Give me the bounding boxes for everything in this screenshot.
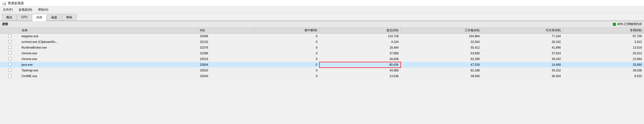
process-commit: 37,868 <box>320 51 401 56</box>
process-shareable: 39,432 <box>482 56 563 62</box>
process-commit: 4,104 <box>320 39 401 45</box>
process-checkbox[interactable] <box>8 68 12 72</box>
process-private: 9,532 <box>563 73 644 79</box>
process-name: chrome.exe <box>20 56 198 62</box>
process-hard-faults: 0 <box>254 45 320 51</box>
title-bar: 📊 资源监视器 <box>0 0 644 7</box>
th-working-set[interactable]: 工作集(KB) <box>401 28 482 33</box>
menu-monitor[interactable]: 监视器(M) <box>18 7 33 12</box>
process-shareable: 77,184 <box>482 33 563 39</box>
th-checkbox <box>0 28 20 33</box>
process-name: chrome.exe <box>20 51 198 56</box>
process-working-set: 164,884 <box>401 33 482 39</box>
process-hard-faults: 0 <box>254 39 320 45</box>
process-shareable: 14,468 <box>482 62 563 68</box>
table-row[interactable]: ChrIME.exe32640013,54839,93630,4049,532 <box>0 73 644 79</box>
process-checkbox[interactable] <box>8 46 12 49</box>
th-name[interactable]: 名称 <box>20 28 198 33</box>
process-checkbox-cell[interactable] <box>0 45 20 51</box>
process-name: svchost.exe (ClipboardSv... <box>20 39 198 45</box>
table-row[interactable]: wegame.exe320960110,728164,88477,18487,7… <box>0 33 644 39</box>
process-hard-faults: 0 <box>254 73 320 79</box>
process-working-set: 82,188 <box>401 68 482 73</box>
table-row[interactable]: RuntimeBroker.exe32376018,48455,41241,89… <box>0 45 644 51</box>
process-private: 22,864 <box>563 56 644 62</box>
app-icon: 📊 <box>2 1 6 5</box>
th-commit[interactable]: 提交(KB) <box>320 28 401 33</box>
process-section-label: 进程 <box>2 22 8 26</box>
memory-usage-text: 40% 已用物理内存 <box>617 22 642 26</box>
process-checkbox-cell[interactable] <box>0 56 20 62</box>
process-private: 2,812 <box>563 39 644 45</box>
process-checkbox[interactable] <box>8 34 12 37</box>
tab-cpu[interactable]: CPU <box>17 14 32 21</box>
th-shareable[interactable]: 可共享(KB) <box>482 28 563 33</box>
process-commit: 110,728 <box>320 33 401 39</box>
process-working-set: 32,004 <box>401 39 482 45</box>
tab-内存[interactable]: 内存 <box>32 14 46 21</box>
process-hard-faults: 0 <box>254 62 320 68</box>
process-checkbox[interactable] <box>8 40 12 43</box>
process-name: RuntimeBroker.exe <box>20 45 198 51</box>
process-private: 87,700 <box>563 33 644 39</box>
menu-help[interactable]: 帮助(H) <box>37 7 49 12</box>
menu-file[interactable]: 文件(F) <box>2 7 14 12</box>
tabs-bar: 概述CPU内存磁盘网络 <box>0 13 644 21</box>
th-private[interactable]: 专用(KB) <box>563 28 644 33</box>
process-checkbox[interactable] <box>8 57 12 60</box>
tab-概述[interactable]: 概述 <box>2 14 16 21</box>
process-private: 39,036 <box>563 68 644 73</box>
process-working-set: 62,296 <box>401 56 482 62</box>
table-header-row: 名称 PID 硬中断/秒 提交(KB) 工作集(KB) 可共享(KB) 专用(K… <box>0 28 644 33</box>
process-private: 13,516 <box>563 45 644 51</box>
process-checkbox-cell[interactable] <box>0 33 20 39</box>
table-row[interactable]: java.exe32604090,43647,52814,46833,060 <box>0 62 644 68</box>
th-pid[interactable]: PID <box>198 28 255 33</box>
app-title: 资源监视器 <box>8 1 24 5</box>
process-checkbox[interactable] <box>8 63 12 66</box>
th-hard-faults[interactable]: 硬中断/秒 <box>254 28 320 33</box>
table-row[interactable]: Taskmgr.exe32620044,08082,18843,15239,03… <box>0 68 644 73</box>
process-commit: 44,080 <box>320 68 401 73</box>
process-shareable: 43,152 <box>482 68 563 73</box>
process-pid: 32096 <box>198 33 255 39</box>
process-checkbox-cell[interactable] <box>0 39 20 45</box>
process-table-wrapper: 名称 PID 硬中断/秒 提交(KB) 工作集(KB) 可共享(KB) 专用(K… <box>0 28 644 79</box>
process-hard-faults: 0 <box>254 51 320 56</box>
process-pid: 32604 <box>198 62 255 68</box>
process-commit: 90,436 <box>320 62 401 68</box>
process-hard-faults: 0 <box>254 56 320 62</box>
process-working-set: 39,936 <box>401 73 482 79</box>
process-name: Taskmgr.exe <box>20 68 198 73</box>
process-checkbox-cell[interactable] <box>0 62 20 68</box>
process-shareable: 30,404 <box>482 73 563 79</box>
memory-color-indicator <box>613 23 616 26</box>
process-commit: 34,848 <box>320 56 401 62</box>
process-checkbox[interactable] <box>8 74 12 77</box>
tab-网络[interactable]: 网络 <box>62 14 76 21</box>
process-commit: 13,548 <box>320 73 401 79</box>
process-name: ChrIME.exe <box>20 73 198 79</box>
process-pid: 32620 <box>198 68 255 73</box>
process-working-set: 55,412 <box>401 45 482 51</box>
process-checkbox-cell[interactable] <box>0 51 20 56</box>
process-pid: 32132 <box>198 39 255 45</box>
tab-磁盘[interactable]: 磁盘 <box>47 14 62 21</box>
table-row[interactable]: chrome.exe32396037,86863,83637,92425,912 <box>0 51 644 56</box>
process-checkbox-cell[interactable] <box>0 73 20 79</box>
process-private: 33,060 <box>563 62 644 68</box>
table-row[interactable]: svchost.exe (ClipboardSv...3213204,10432… <box>0 39 644 45</box>
process-shareable: 37,924 <box>482 51 563 56</box>
process-checkbox[interactable] <box>8 51 12 55</box>
process-commit: 18,484 <box>320 45 401 51</box>
process-hard-faults: 0 <box>254 68 320 73</box>
process-working-set: 47,528 <box>401 62 482 68</box>
process-pid: 32640 <box>198 73 255 79</box>
process-pid: 32516 <box>198 56 255 62</box>
process-table: 名称 PID 硬中断/秒 提交(KB) 工作集(KB) 可共享(KB) 专用(K… <box>0 28 644 79</box>
process-pid: 32376 <box>198 45 255 51</box>
table-row[interactable]: chrome.exe32516034,84862,29639,43222,864 <box>0 56 644 62</box>
process-shareable: 41,896 <box>482 45 563 51</box>
process-pid: 32396 <box>198 51 255 56</box>
process-checkbox-cell[interactable] <box>0 68 20 73</box>
